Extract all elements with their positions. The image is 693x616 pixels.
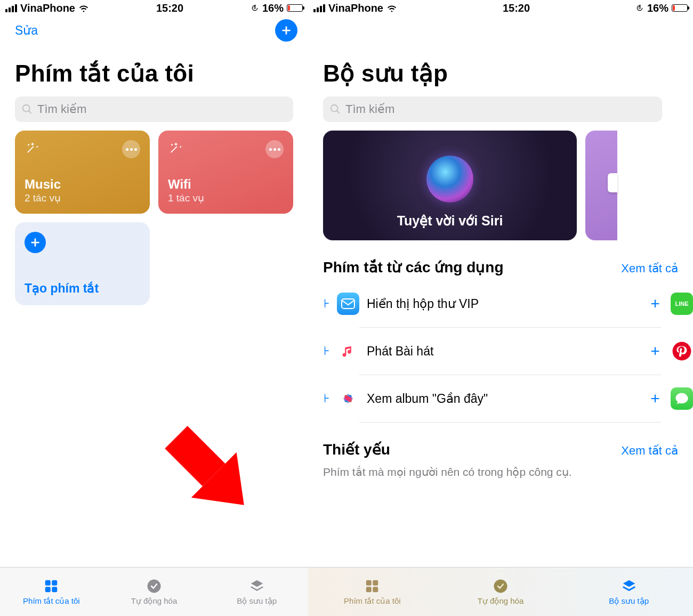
page-title: Bộ sưu tập [308,45,693,94]
svg-point-6 [148,579,161,593]
add-button[interactable]: + [647,342,663,360]
status-bar: VinaPhone 15:20 16% [308,0,693,16]
create-shortcut-label: Tạo phím tắt [25,281,140,296]
app-shortcut-row[interactable]: ⊦ Hiển thị hộp thư VIP + LINE [323,280,693,327]
svg-rect-9 [639,7,641,9]
tab-label: Bộ sưu tập [237,596,277,606]
hero-next-card[interactable] [585,131,617,240]
clock-label: 15:20 [503,2,530,14]
svg-rect-21 [366,580,372,585]
see-all-button[interactable]: Xem tất cả [621,444,678,458]
search-icon [329,103,341,115]
hero-caption: Tuyệt vời với Siri [397,213,503,229]
search-placeholder: Tìm kiếm [37,102,86,116]
music-app-icon [337,340,359,362]
carrier-label: VinaPhone [20,2,75,14]
svg-rect-0 [254,7,256,9]
add-shortcut-button[interactable] [275,19,297,42]
wifi-icon [78,4,89,12]
tab-bar: Phím tắt của tôi Tự động hóa Bộ sưu tập [308,567,693,616]
annotation-arrow [133,394,272,533]
create-shortcut-card[interactable]: Tạo phím tắt [15,222,150,305]
search-placeholder: Tìm kiếm [345,102,394,116]
screen-my-shortcuts: VinaPhone 15:20 16% Sửa Phím tắt của tôi… [0,0,308,616]
svg-point-12 [673,342,691,361]
tab-automation[interactable]: Tự động hóa [103,568,206,616]
svg-rect-24 [373,587,378,592]
app-shortcut-row[interactable]: ⊦ Xem [323,375,693,422]
handle-icon: ⊦ [323,297,329,311]
screen-gallery: VinaPhone 15:20 16% Bộ sưu tập Tìm kiếm … [308,0,693,616]
clock-check-icon [493,578,509,594]
svg-point-25 [494,579,507,593]
handle-icon: ⊦ [323,392,329,406]
search-input[interactable]: Tìm kiếm [15,96,293,122]
see-all-button[interactable]: Xem tất cả [621,262,678,275]
section-apps-title: Phím tắt từ các ứng dụng [323,258,504,276]
signal-icon [313,4,325,12]
wifi-icon [386,4,397,12]
battery-pct-label: 16% [647,2,668,14]
signal-icon [5,4,17,12]
grid-icon [364,578,380,594]
shortcut-card-wifi[interactable]: Wifi 1 tác vụ [158,131,293,214]
rotation-lock-icon [635,4,644,12]
battery-icon [287,4,303,12]
wand-icon [168,140,184,156]
mail-app-icon [337,293,359,315]
svg-rect-23 [366,587,372,592]
messages-app-icon [671,387,693,410]
shortcut-card-music[interactable]: Music 2 tác vụ [15,131,150,214]
tab-my-shortcuts[interactable]: Phím tắt của tôi [308,568,437,616]
card-more-button[interactable] [122,140,140,158]
battery-icon [672,4,688,12]
row-label: Phát Bài hát [367,344,640,359]
tab-automation[interactable]: Tự động hóa [437,568,565,616]
section-essentials-subtitle: Phím tắt mà mọi người nên có trong hộp c… [308,463,693,479]
tab-label: Tự động hóa [131,596,178,606]
wand-icon [25,140,41,156]
tab-label: Tự động hóa [478,596,524,606]
svg-rect-3 [52,580,58,585]
tab-my-shortcuts[interactable]: Phím tắt của tôi [0,568,103,616]
page-title: Phím tắt của tôi [0,45,308,94]
layers-icon [621,578,637,594]
svg-rect-2 [45,580,51,585]
tab-bar: Phím tắt của tôi Tự động hóa Bộ sưu tập [0,567,308,616]
siri-icon [426,156,473,202]
grid-icon [43,578,59,594]
svg-rect-5 [52,587,58,592]
card-more-button[interactable] [265,140,284,158]
card-title: Music [25,177,140,192]
svg-rect-4 [45,587,51,592]
search-input[interactable]: Tìm kiếm [323,96,662,122]
card-title: Wifi [168,177,284,192]
clock-check-icon [146,578,162,594]
nav-bar: Sửa [0,16,308,45]
plus-icon [25,232,46,253]
add-button[interactable]: + [647,295,663,313]
add-button[interactable]: + [647,390,663,408]
tab-gallery[interactable]: Bộ sưu tập [565,568,693,616]
row-label: Xem album "Gần đây" [367,392,640,406]
card-subtitle: 1 tác vụ [168,192,284,204]
edit-button[interactable]: Sửa [15,23,38,38]
svg-marker-8 [191,452,267,528]
tab-label: Phím tắt của tôi [344,596,401,606]
hero-siri-card[interactable]: Tuyệt vời với Siri [323,131,577,240]
photos-app-icon [337,387,359,410]
rotation-lock-icon [251,4,259,12]
app-shortcut-row[interactable]: ⊦ Phát Bài hát + [323,328,693,375]
status-bar: VinaPhone 15:20 16% [0,0,308,16]
section-essentials-title: Thiết yếu [323,441,390,458]
handle-icon: ⊦ [323,344,329,358]
line-app-icon: LINE [671,293,693,315]
tab-gallery[interactable]: Bộ sưu tập [205,568,308,616]
svg-rect-11 [342,299,354,309]
card-subtitle: 2 tác vụ [25,192,140,204]
layers-icon [249,578,265,594]
pinterest-app-icon [671,340,693,362]
battery-pct-label: 16% [262,2,284,14]
carrier-label: VinaPhone [328,2,383,14]
plus-icon [280,25,292,36]
